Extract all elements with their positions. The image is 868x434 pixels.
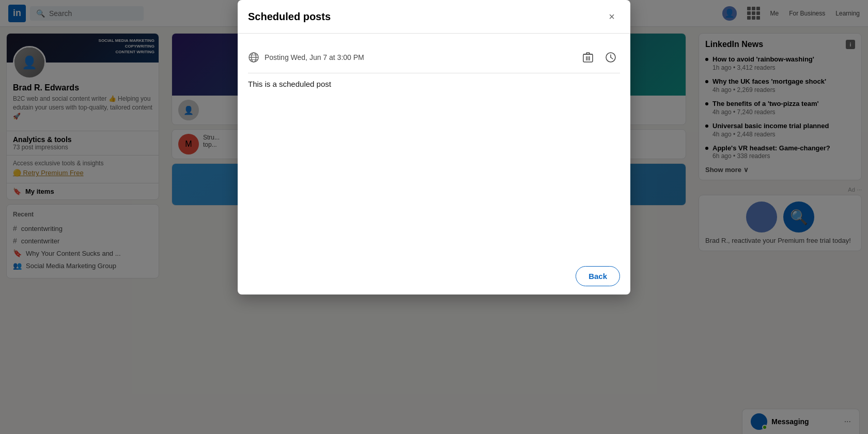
- modal-overlay: Scheduled posts × Posting Wed, Jun: [0, 0, 868, 434]
- close-button[interactable]: ×: [603, 8, 620, 25]
- modal-title: Scheduled posts: [248, 11, 331, 23]
- post-actions: [579, 48, 620, 67]
- post-content: This is a scheduled post: [248, 73, 620, 95]
- scheduled-posts-modal: Scheduled posts × Posting Wed, Jun: [238, 0, 630, 295]
- svg-line-15: [611, 57, 613, 59]
- post-time: Posting Wed, Jun 7 at 3:00 PM: [265, 53, 364, 61]
- delete-button[interactable]: [579, 48, 597, 67]
- modal-header: Scheduled posts ×: [238, 0, 630, 34]
- globe-icon: [248, 52, 259, 63]
- back-button[interactable]: Back: [576, 266, 620, 286]
- reschedule-button[interactable]: [601, 48, 620, 67]
- scheduled-post-row: Posting Wed, Jun 7 at 3:00 PM: [248, 42, 620, 73]
- modal-footer: Back: [238, 258, 630, 295]
- modal-body: Posting Wed, Jun 7 at 3:00 PM: [238, 34, 630, 103]
- post-time-section: Posting Wed, Jun 7 at 3:00 PM: [248, 52, 364, 63]
